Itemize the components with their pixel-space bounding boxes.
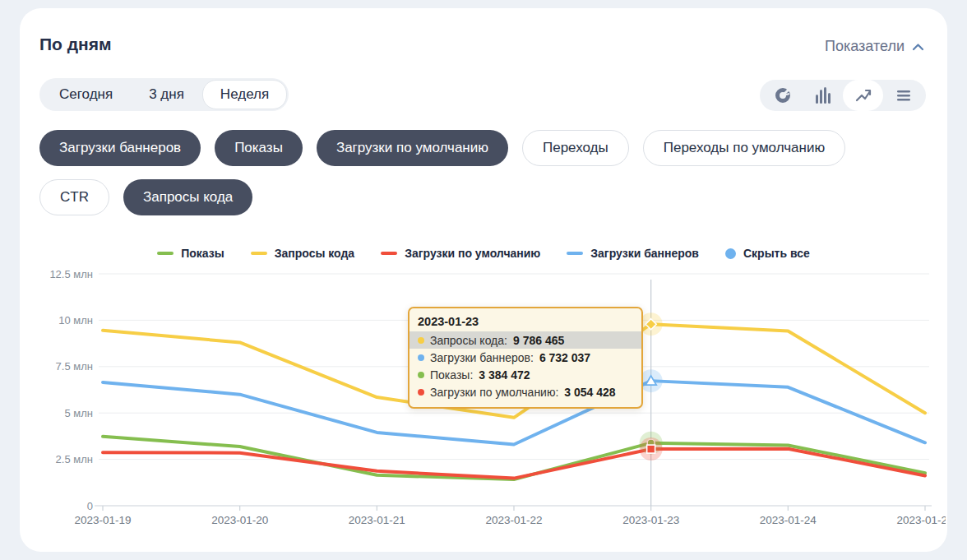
tab-today[interactable]: Сегодня — [41, 80, 131, 109]
svg-text:2023-01-25: 2023-01-25 — [896, 514, 946, 526]
line-chart[interactable]: 02.5 млн5 млн7.5 млн10 млн12.5 млн2023-0… — [33, 267, 946, 543]
chip-code-requests[interactable]: Запросы кода — [123, 179, 252, 215]
line-chart-icon[interactable] — [843, 80, 883, 111]
legend-item-hide-all[interactable]: Скрыть все — [725, 247, 810, 260]
legend-label: Загрузки баннеров — [590, 247, 699, 260]
tooltip-value: 9 786 465 — [513, 334, 564, 347]
dashboard-page: По дням Показатели Сегодня 3 дня Неделя — [0, 0, 967, 560]
chip-default-loads[interactable]: Загрузки по умолчанию — [317, 130, 508, 166]
series-bullet-icon — [418, 389, 424, 396]
metric-chips-row-2: CTR Запросы кода — [39, 179, 252, 215]
legend-marker — [381, 252, 397, 255]
chart-tooltip: 2023-01-23 Запросы кода: 9 786 465 Загру… — [408, 307, 643, 409]
tooltip-label: Показы: — [430, 368, 473, 382]
tooltip-row: Показы: 3 384 472 — [409, 366, 641, 383]
legend-item-code-requests[interactable]: Запросы кода — [251, 247, 354, 260]
legend-item-banner-loads[interactable]: Загрузки баннеров — [567, 247, 699, 260]
bar-chart-icon[interactable] — [803, 80, 843, 111]
series-bullet-icon — [418, 337, 424, 344]
svg-text:0: 0 — [87, 500, 93, 512]
hide-all-icon — [725, 248, 736, 259]
tab-week[interactable]: Неделя — [202, 80, 287, 109]
chip-clicks[interactable]: Переходы — [522, 130, 629, 166]
series-bullet-icon — [418, 354, 424, 361]
page-title: По дням — [39, 35, 112, 54]
legend-label: Загрузки по умолчанию — [405, 247, 540, 260]
series-bullet-icon — [418, 372, 424, 378]
period-tabs: Сегодня 3 дня Неделя — [39, 78, 289, 111]
legend-marker — [251, 252, 267, 255]
legend-label: Скрыть все — [743, 247, 810, 260]
svg-text:2023-01-24: 2023-01-24 — [760, 514, 817, 526]
svg-text:10 млн: 10 млн — [58, 314, 93, 326]
svg-text:5 млн: 5 млн — [64, 407, 93, 419]
svg-text:2023-01-22: 2023-01-22 — [485, 514, 542, 526]
metric-chips-row-1: Загрузки баннеров Показы Загрузки по умо… — [39, 130, 845, 166]
chip-banner-loads[interactable]: Загрузки баннеров — [39, 130, 201, 166]
tooltip-row: Загрузки по умолчанию: 3 054 428 — [409, 383, 641, 400]
tooltip-label: Загрузки по умолчанию: — [430, 386, 558, 399]
tooltip-value: 3 054 428 — [564, 386, 615, 399]
tooltip-row: Запросы кода: 9 786 465 — [409, 331, 641, 349]
tooltip-date: 2023-01-23 — [409, 312, 641, 331]
by-days-panel: По дням Показатели Сегодня 3 дня Неделя — [20, 8, 947, 552]
legend-marker — [567, 252, 583, 255]
tab-3-days[interactable]: 3 дня — [131, 80, 202, 109]
svg-text:2023-01-21: 2023-01-21 — [349, 514, 405, 526]
svg-text:7.5 млн: 7.5 млн — [56, 360, 93, 373]
tooltip-value: 6 732 037 — [539, 351, 590, 364]
svg-text:2023-01-20: 2023-01-20 — [211, 514, 268, 526]
chevron-up-icon — [912, 43, 924, 51]
indicators-label: Показатели — [825, 38, 905, 55]
chip-default-clicks[interactable]: Переходы по умолчанию — [643, 130, 845, 166]
indicators-toggle[interactable]: Показатели — [825, 38, 924, 55]
legend-item-default-loads[interactable]: Загрузки по умолчанию — [381, 247, 540, 260]
chip-ctr[interactable]: CTR — [39, 179, 109, 215]
list-icon[interactable] — [883, 80, 923, 111]
chart-type-switcher — [760, 80, 926, 111]
svg-text:2023-01-23: 2023-01-23 — [622, 514, 679, 526]
legend-marker — [157, 252, 174, 255]
tooltip-label: Запросы кода: — [430, 334, 507, 347]
legend-item-impressions[interactable]: Показы — [157, 247, 224, 260]
svg-text:2.5 млн: 2.5 млн — [56, 453, 93, 465]
legend-label: Запросы кода — [275, 247, 354, 260]
svg-text:2023-01-19: 2023-01-19 — [74, 514, 131, 526]
svg-text:12.5 млн: 12.5 млн — [49, 268, 93, 280]
tooltip-row: Загрузки баннеров: 6 732 037 — [409, 349, 641, 366]
chart-legend: Показы Запросы кода Загрузки по умолчани… — [20, 247, 947, 260]
tooltip-value: 3 384 472 — [479, 368, 530, 382]
tooltip-label: Загрузки баннеров: — [430, 351, 534, 364]
legend-label: Показы — [181, 247, 224, 260]
chip-impressions[interactable]: Показы — [215, 130, 303, 166]
pie-chart-icon[interactable] — [762, 80, 803, 111]
